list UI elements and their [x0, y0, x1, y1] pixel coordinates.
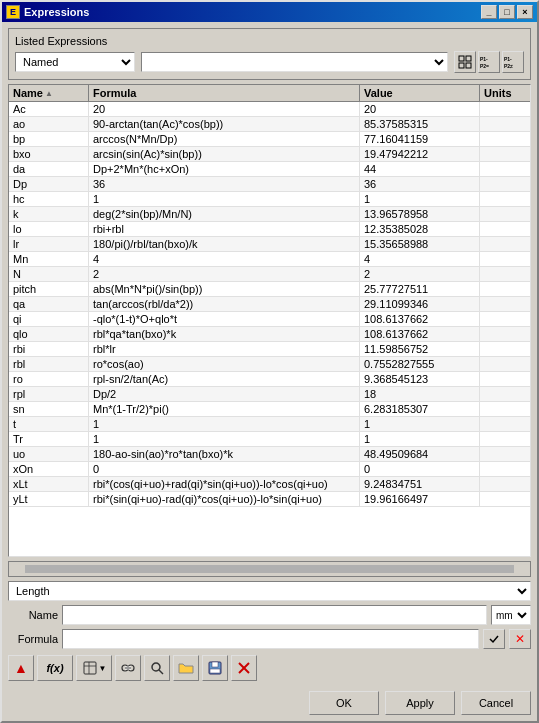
table-cell-units	[480, 357, 530, 371]
search-icon	[149, 660, 165, 676]
table-row[interactable]: Mn44	[9, 252, 530, 267]
table-cell-name: qlo	[9, 327, 89, 341]
table-cell-name: sn	[9, 402, 89, 416]
table-cell-value: 9.368545123	[360, 372, 480, 386]
header-units[interactable]: Units	[480, 85, 530, 101]
table-row[interactable]: lorbi+rbl12.35385028	[9, 222, 530, 237]
delete-button[interactable]	[231, 655, 257, 681]
table-row[interactable]: Tr11	[9, 432, 530, 447]
table-cell-value: 48.49509684	[360, 447, 480, 461]
table-row[interactable]: pitchabs(Mn*N*pi()/sin(bp))25.77727511	[9, 282, 530, 297]
table-cell-formula: -qlo*(1-t)*O+qlo*t	[89, 312, 360, 326]
move-up-button[interactable]: ▲	[8, 655, 34, 681]
p1p2-icon1: P1- P2=	[480, 55, 498, 69]
header-value[interactable]: Value	[360, 85, 480, 101]
top-toolbar-icons: P1- P2= P1- P2≠	[454, 51, 524, 73]
table-row[interactable]: daDp+2*Mn*(hc+xOn)44	[9, 162, 530, 177]
name-input[interactable]	[62, 605, 487, 625]
table-row[interactable]: rbirbl*lr11.59856752	[9, 342, 530, 357]
folder-icon	[178, 661, 194, 675]
header-name[interactable]: Name ▲	[9, 85, 89, 101]
maximize-button[interactable]: □	[499, 5, 515, 19]
table-row[interactable]: rplDp/218	[9, 387, 530, 402]
table-row[interactable]: uo180-ao-sin(ao)*ro*tan(bxo)*k48.4950968…	[9, 447, 530, 462]
table-body: Ac2020ao90-arctan(tan(Ac)*cos(bp))85.375…	[9, 102, 530, 556]
checkmark-icon	[488, 633, 500, 645]
table-row[interactable]: bxoarcsin(sin(Ac)*sin(bp))19.47942212	[9, 147, 530, 162]
listed-expressions-section: Listed Expressions Named	[8, 28, 531, 80]
table-row[interactable]: bparccos(N*Mn/Dp)77.16041159	[9, 132, 530, 147]
table-cell-units	[480, 387, 530, 401]
filter-dropdown[interactable]: Named	[15, 52, 135, 72]
function-button[interactable]: f(x)	[37, 655, 73, 681]
cancel-button[interactable]: Cancel	[461, 691, 531, 715]
length-row: Length	[8, 581, 531, 601]
table-cell-units	[480, 102, 530, 116]
apply-button[interactable]: Apply	[385, 691, 455, 715]
p1p2-icon2-button[interactable]: P1- P2≠	[502, 51, 524, 73]
table-header: Name ▲ Formula Value Units	[9, 85, 530, 102]
table-cell-value: 108.6137662	[360, 327, 480, 341]
chain-button[interactable]	[115, 655, 141, 681]
table-cell-name: t	[9, 417, 89, 431]
grid-icon-button[interactable]	[454, 51, 476, 73]
table-cell-value: 19.96166497	[360, 492, 480, 506]
table-row[interactable]: lr180/pi()/rbl/tan(bxo)/k15.35658988	[9, 237, 530, 252]
table-row[interactable]: rorpl-sn/2/tan(Ac)9.368545123	[9, 372, 530, 387]
table-row[interactable]: yLtrbi*(sin(qi+uo)-rad(qi)*cos(qi+uo))-l…	[9, 492, 530, 507]
length-dropdown[interactable]: Length	[8, 581, 531, 601]
table-row[interactable]: xOn00	[9, 462, 530, 477]
table-cell-formula: 1	[89, 432, 360, 446]
p1p2-icon1-button[interactable]: P1- P2=	[478, 51, 500, 73]
table-row[interactable]: ao90-arctan(tan(Ac)*cos(bp))85.37585315	[9, 117, 530, 132]
formula-row: Formula ✕	[8, 629, 531, 649]
table-row[interactable]: qi-qlo*(1-t)*O+qlo*t108.6137662	[9, 312, 530, 327]
table-cell-value: 11.59856752	[360, 342, 480, 356]
filter-value-dropdown[interactable]	[141, 52, 448, 72]
table-cell-formula: Dp+2*Mn*(hc+xOn)	[89, 162, 360, 176]
window-content: Listed Expressions Named	[2, 22, 537, 721]
table-cell-units	[480, 477, 530, 491]
table-row[interactable]: N22	[9, 267, 530, 282]
table-cell-value: 19.47942212	[360, 147, 480, 161]
table-cell-formula: rbi+rbl	[89, 222, 360, 236]
table-cell-value: 15.35658988	[360, 237, 480, 251]
table-cell-name: rbi	[9, 342, 89, 356]
table-cell-units	[480, 282, 530, 296]
table-cell-units	[480, 222, 530, 236]
table-row[interactable]: qlorbl*qa*tan(bxo)*k108.6137662	[9, 327, 530, 342]
formula-input[interactable]	[62, 629, 479, 649]
folder-button[interactable]	[173, 655, 199, 681]
table-row[interactable]: kdeg(2*sin(bp)/Mn/N)13.96578958	[9, 207, 530, 222]
close-button[interactable]: ×	[517, 5, 533, 19]
name-row: Name mm	[8, 605, 531, 625]
table-row[interactable]: qatan(arccos(rbl/da*2))29.11099346	[9, 297, 530, 312]
ok-button[interactable]: OK	[309, 691, 379, 715]
horizontal-scrollbar[interactable]	[8, 561, 531, 577]
table-cell-value: 1	[360, 417, 480, 431]
table-cell-value: 0	[360, 462, 480, 476]
save-button[interactable]	[202, 655, 228, 681]
table-row[interactable]: t11	[9, 417, 530, 432]
table-row[interactable]: xLtrbi*(cos(qi+uo)+rad(qi)*sin(qi+uo))-l…	[9, 477, 530, 492]
table-row[interactable]: hc11	[9, 192, 530, 207]
table-cell-value: 85.37585315	[360, 117, 480, 131]
unit-dropdown[interactable]: mm	[491, 605, 531, 625]
title-bar: E Expressions _ □ ×	[2, 2, 537, 22]
csv-import-icon	[82, 660, 98, 676]
table-cell-units	[480, 117, 530, 131]
import-csv-button[interactable]: ▼	[76, 655, 112, 681]
formula-ok-button[interactable]	[483, 629, 505, 649]
table-row[interactable]: rblro*cos(ao)0.7552827555	[9, 357, 530, 372]
table-row[interactable]: Ac2020	[9, 102, 530, 117]
table-cell-formula: abs(Mn*N*pi()/sin(bp))	[89, 282, 360, 296]
search-button[interactable]	[144, 655, 170, 681]
formula-cancel-button[interactable]: ✕	[509, 629, 531, 649]
table-row[interactable]: Dp3636	[9, 177, 530, 192]
table-cell-name: rpl	[9, 387, 89, 401]
table-row[interactable]: snMn*(1-Tr/2)*pi()6.283185307	[9, 402, 530, 417]
header-formula[interactable]: Formula	[89, 85, 360, 101]
action-toolbar: ▲ f(x) ▼	[8, 653, 531, 683]
minimize-button[interactable]: _	[481, 5, 497, 19]
table-cell-value: 25.77727511	[360, 282, 480, 296]
